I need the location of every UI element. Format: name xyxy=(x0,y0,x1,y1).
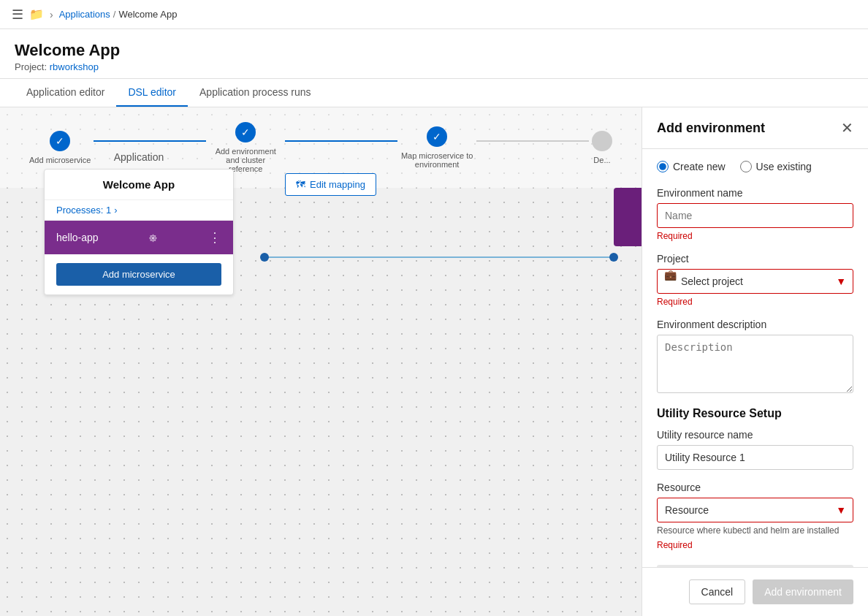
canvas-area: ✓ Add microservice ✓ Add environment and… xyxy=(0,107,642,616)
add-microservice-button[interactable]: Add microservice xyxy=(56,263,221,286)
utility-section-title: Utility Resource Setup xyxy=(657,407,853,420)
radio-group: Create new Use existing xyxy=(657,161,853,172)
resource-hint: Resource where kubectl and helm are inst… xyxy=(657,525,853,536)
step-line-1 xyxy=(94,140,206,142)
env-desc-textarea[interactable] xyxy=(657,335,853,393)
app-container: ☰ 📁 › Applications / Welcome App Welcome… xyxy=(0,0,868,616)
folder-icon: 📁 xyxy=(29,7,44,21)
project-group: Project 💼 Select project ▼ Required xyxy=(657,253,853,307)
resource-label: Resource xyxy=(657,482,853,493)
tab-dsl-editor[interactable]: DSL editor xyxy=(116,79,188,107)
microservice-name: hello-app xyxy=(56,232,99,243)
tabs: Application editor DSL editor Applicatio… xyxy=(0,79,868,107)
app-box-title: Welcome App xyxy=(45,170,233,200)
tab-process-runs[interactable]: Application process runs xyxy=(188,79,323,107)
env-name-group: Environment name Required xyxy=(657,187,853,241)
step-4-circle xyxy=(592,131,612,151)
utility-name-label: Utility resource name xyxy=(657,429,853,441)
app-box: Welcome App Processes: 1 › hello-app ⎈ ⋮… xyxy=(44,169,234,295)
utility-name-input[interactable] xyxy=(657,445,853,470)
top-nav: ☰ 📁 › Applications / Welcome App xyxy=(0,0,868,29)
project-link[interactable]: rbworkshop xyxy=(50,61,99,72)
env-desc-group: Environment description xyxy=(657,319,853,395)
env-name-label: Environment name xyxy=(657,187,853,199)
map-icon: 🗺 xyxy=(296,179,305,190)
side-panel: Add environment ✕ Create new Use existin… xyxy=(642,107,868,616)
resource-select-wrapper: Resource ▼ xyxy=(657,498,853,522)
application-label: Application xyxy=(44,151,234,163)
application-area: Application Welcome App Processes: 1 › h… xyxy=(44,151,234,295)
main-content: ✓ Add microservice ✓ Add environment and… xyxy=(0,107,868,616)
processes-link[interactable]: Processes: 1 › xyxy=(45,200,233,221)
menu-icon[interactable]: ☰ xyxy=(12,7,23,23)
breadcrumb-sep: › xyxy=(50,9,53,20)
ms-menu-icon[interactable]: ⋮ xyxy=(208,229,221,246)
chevron-right-icon: › xyxy=(114,205,117,216)
panel-header: Add environment ✕ xyxy=(642,107,868,149)
resource-select[interactable]: Resource xyxy=(657,498,853,522)
project-select-wrapper: 💼 Select project ▼ xyxy=(657,269,853,294)
radio-use-existing-input[interactable] xyxy=(740,161,752,172)
close-button[interactable]: ✕ xyxy=(841,119,853,137)
svg-point-1 xyxy=(260,253,269,262)
resource-required: Required xyxy=(657,540,853,550)
cancel-button[interactable]: Cancel xyxy=(689,579,746,604)
radio-create-new[interactable]: Create new xyxy=(657,161,726,172)
step-4: De... xyxy=(592,131,612,164)
env-desc-label: Environment description xyxy=(657,319,853,330)
add-environment-button[interactable]: Add environment xyxy=(753,579,853,604)
step-line-3 xyxy=(476,140,589,142)
radio-use-existing[interactable]: Use existing xyxy=(740,161,812,172)
panel-footer: Cancel Add environment xyxy=(642,567,868,616)
panel-title: Add environment xyxy=(657,121,765,136)
breadcrumb-applications[interactable]: Applications xyxy=(59,9,110,20)
step-3-label: Map microservice to environment xyxy=(400,151,473,169)
edit-mapping-button[interactable]: 🗺 Edit mapping xyxy=(285,173,376,196)
microservice-block: hello-app ⎈ ⋮ xyxy=(45,221,233,254)
resource-group: Resource Resource ▼ Resource where kubec… xyxy=(657,482,853,550)
step-2-circle: ✓ xyxy=(235,122,256,142)
radio-create-new-input[interactable] xyxy=(657,161,669,172)
breadcrumb-welcome-app: Welcome App xyxy=(118,9,177,20)
step-4-label: De... xyxy=(593,156,610,164)
project-label: Project xyxy=(657,253,853,265)
step-3-circle: ✓ xyxy=(427,126,447,147)
page-title: Welcome App xyxy=(15,41,853,60)
helm-icon: ⎈ xyxy=(149,230,157,246)
env-name-required: Required xyxy=(657,231,853,241)
panel-body: Create new Use existing Environment name… xyxy=(642,149,868,567)
project-required: Required xyxy=(657,297,853,307)
svg-point-2 xyxy=(609,253,618,262)
project-select[interactable]: Select project xyxy=(657,269,853,294)
purple-block xyxy=(614,188,642,246)
breadcrumb: Applications / Welcome App xyxy=(59,9,178,20)
utility-name-group: Utility resource name xyxy=(657,429,853,470)
page-subtitle: Project: rbworkshop xyxy=(15,61,853,72)
tab-application-editor[interactable]: Application editor xyxy=(15,79,116,107)
step-line-2 xyxy=(285,140,397,142)
step-3: ✓ Map microservice to environment xyxy=(400,126,473,169)
page-header: Welcome App Project: rbworkshop xyxy=(0,29,868,79)
env-name-input[interactable] xyxy=(657,203,853,228)
step-1-circle: ✓ xyxy=(50,131,70,151)
